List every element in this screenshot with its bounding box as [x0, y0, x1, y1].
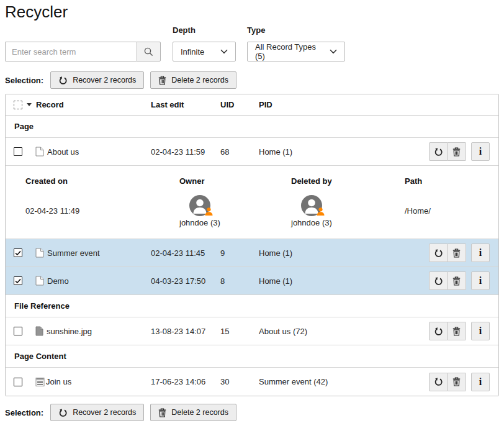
- table-header-row: Record Last edit UID PID: [6, 94, 498, 116]
- info-record-button[interactable]: i: [471, 142, 490, 161]
- depth-label: Depth: [173, 25, 236, 35]
- recover-record-button[interactable]: [429, 322, 448, 340]
- record-last-edit: 13-08-23 14:07: [151, 327, 220, 336]
- page-title: Recycler: [5, 2, 499, 22]
- record-pid: Home (1): [259, 147, 429, 157]
- record-title[interactable]: About us: [47, 147, 79, 157]
- table-row-sunshine[interactable]: sunshine.jpg 13-08-23 14:07 15 About us …: [6, 317, 498, 345]
- page-icon: [35, 248, 44, 258]
- record-pid: Summer event (42): [259, 377, 429, 386]
- depth-value: Infinite: [181, 47, 204, 57]
- recover-selected-label: Recover 2 records: [73, 408, 136, 417]
- record-last-edit: 02-04-23 11:59: [151, 147, 220, 157]
- file-icon: [35, 326, 43, 336]
- recover-selected-button[interactable]: Recover 2 records: [50, 71, 144, 89]
- owner-user: johndoe (3): [179, 194, 220, 227]
- trash-icon: [158, 408, 166, 417]
- chevron-down-icon: [330, 49, 337, 54]
- row-checkbox[interactable]: [14, 248, 22, 257]
- header-pid: PID: [259, 100, 490, 109]
- header-uid: UID: [220, 100, 259, 109]
- table-row-demo[interactable]: Demo 04-03-23 17:50 8 Home (1) i: [6, 267, 498, 295]
- search-icon: [143, 47, 154, 57]
- depth-filter: Depth Infinite: [173, 25, 236, 61]
- recover-icon: [58, 408, 68, 417]
- header-record: Record: [30, 100, 151, 109]
- delete-record-button[interactable]: [448, 322, 466, 340]
- recover-icon: [58, 76, 68, 85]
- selection-label: Selection:: [5, 408, 43, 417]
- avatar: [189, 194, 211, 217]
- table-row-join-us[interactable]: Join us 17-06-23 14:06 30 Summer event (…: [6, 368, 498, 396]
- row-checkbox[interactable]: [14, 147, 22, 156]
- delete-record-button[interactable]: [448, 142, 466, 161]
- recover-record-button[interactable]: [429, 243, 448, 262]
- search-button[interactable]: [137, 42, 161, 61]
- record-pid: Home (1): [259, 276, 429, 286]
- record-last-edit: 02-04-23 11:45: [151, 248, 220, 258]
- record-title[interactable]: Summer event: [47, 248, 100, 258]
- group-header-file-reference: File Reference: [6, 295, 498, 317]
- row-checkbox[interactable]: [14, 327, 22, 335]
- detail-owner-value: johndoe (3): [179, 218, 220, 227]
- recover-selected-button[interactable]: Recover 2 records: [50, 404, 144, 421]
- recover-record-button[interactable]: [429, 271, 448, 290]
- detail-deleted-by-label: Deleted by: [291, 176, 405, 186]
- info-record-button[interactable]: i: [471, 243, 490, 262]
- table-row-about-us[interactable]: About us 02-04-23 11:59 68 Home (1) i: [6, 138, 498, 166]
- record-title[interactable]: Join us: [46, 377, 71, 386]
- delete-selected-button[interactable]: Delete 2 records: [150, 404, 236, 421]
- header-last-edit: Last edit: [151, 100, 220, 109]
- detail-deleted-by-value: johndoe (3): [291, 218, 332, 227]
- selection-bar-top: Selection: Recover 2 records Delete 2 re…: [5, 71, 499, 89]
- record-uid: 15: [220, 327, 259, 336]
- avatar: [300, 194, 323, 217]
- record-uid: 30: [220, 377, 259, 386]
- detail-created-on-label: Created on: [25, 176, 179, 186]
- filter-bar: Depth Infinite Type All Record Types (5): [5, 25, 499, 61]
- chevron-down-icon: [220, 49, 228, 54]
- recover-record-button[interactable]: [429, 373, 448, 391]
- recycler-module: Recycler Depth Infinite Type All Recor: [0, 0, 504, 421]
- detail-path-label: Path: [405, 176, 498, 186]
- record-detail-panel: Created on Owner Deleted by Path 02-04-2…: [6, 166, 498, 239]
- delete-selected-label: Delete 2 records: [171, 408, 228, 417]
- type-value: All Record Types (5): [255, 42, 323, 61]
- delete-record-button[interactable]: [448, 243, 466, 262]
- record-title[interactable]: sunshine.jpg: [47, 327, 92, 336]
- deleted-by-user: johndoe (3): [291, 194, 332, 227]
- row-checkbox[interactable]: [14, 276, 22, 285]
- record-title[interactable]: Demo: [47, 276, 69, 286]
- record-pid: Home (1): [259, 248, 429, 258]
- table-row-summer-event[interactable]: Summer event 02-04-23 11:45 9 Home (1) i: [6, 239, 498, 267]
- select-all-checkbox[interactable]: [14, 101, 22, 109]
- record-uid: 8: [220, 276, 259, 286]
- group-header-page-content: Page Content: [6, 345, 498, 368]
- page-icon: [35, 147, 44, 157]
- recover-selected-label: Recover 2 records: [73, 76, 136, 84]
- delete-record-button[interactable]: [448, 271, 466, 290]
- delete-selected-button[interactable]: Delete 2 records: [150, 71, 236, 89]
- content-element-icon: [35, 377, 45, 387]
- selection-bar-bottom: Selection: Recover 2 records Delete 2 re…: [5, 404, 499, 421]
- record-uid: 9: [220, 248, 259, 258]
- info-record-button[interactable]: i: [471, 322, 490, 340]
- group-header-page: Page: [6, 116, 498, 138]
- type-select[interactable]: All Record Types (5): [247, 42, 345, 61]
- record-uid: 68: [220, 147, 259, 157]
- info-record-button[interactable]: i: [471, 373, 490, 391]
- depth-select[interactable]: Infinite: [173, 42, 236, 61]
- search-group: [5, 42, 161, 61]
- delete-selected-label: Delete 2 records: [171, 76, 228, 84]
- recover-record-button[interactable]: [429, 142, 448, 161]
- trash-icon: [158, 76, 166, 85]
- search-input[interactable]: [5, 42, 137, 61]
- selection-label: Selection:: [5, 76, 43, 85]
- info-record-button[interactable]: i: [471, 271, 490, 290]
- delete-record-button[interactable]: [448, 373, 466, 391]
- row-checkbox[interactable]: [14, 378, 22, 386]
- record-last-edit: 17-06-23 14:06: [151, 377, 220, 386]
- recycler-table: Record Last edit UID PID Page About us 0…: [5, 94, 499, 396]
- type-label: Type: [247, 25, 345, 35]
- detail-created-on-value: 02-04-23 11:49: [25, 206, 179, 216]
